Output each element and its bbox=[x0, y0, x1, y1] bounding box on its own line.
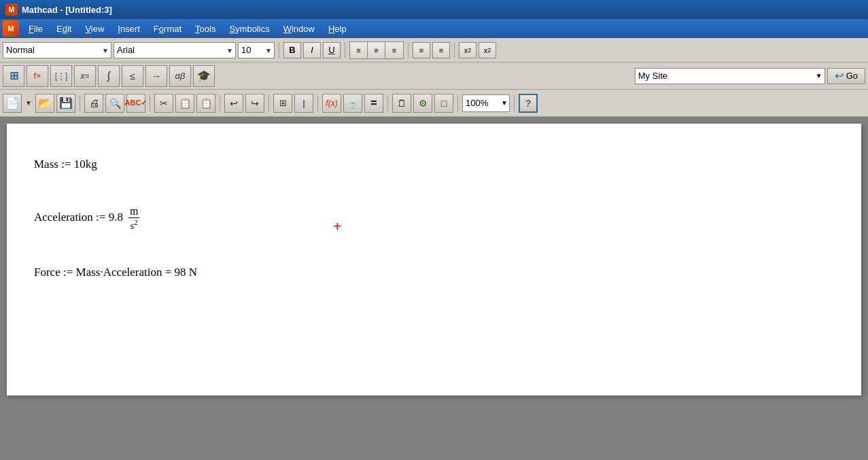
save-button[interactable]: 💾 bbox=[56, 94, 75, 113]
copy-button[interactable]: 📋 bbox=[175, 94, 194, 113]
cursor-plus: + bbox=[333, 219, 342, 234]
help-button[interactable]: ? bbox=[519, 94, 538, 113]
size-dropdown-arrow: ▼ bbox=[265, 46, 272, 54]
paste-button[interactable]: 📋 bbox=[196, 94, 215, 113]
zoom-dropdown-arrow: ▼ bbox=[501, 99, 508, 107]
denominator-s2: s2 bbox=[129, 218, 139, 232]
open-button[interactable]: 📂 bbox=[35, 94, 54, 113]
redo-button[interactable]: ↪ bbox=[245, 94, 264, 113]
menu-bar: M File Edit View Insert Format Tools Sym… bbox=[0, 19, 868, 38]
bold-button[interactable]: B bbox=[283, 42, 301, 58]
app-icon: M bbox=[5, 3, 18, 16]
menu-tools[interactable]: Tools bbox=[188, 22, 222, 35]
sep5 bbox=[80, 95, 80, 111]
menu-window[interactable]: Window bbox=[277, 22, 322, 35]
sep12 bbox=[514, 95, 515, 111]
bullet-list-button[interactable]: ≡ bbox=[413, 42, 430, 58]
sep8 bbox=[268, 95, 269, 111]
numerator-m: m bbox=[128, 205, 139, 218]
integral-button[interactable]: ∫ bbox=[98, 65, 120, 87]
mass-equation[interactable]: Mass := 10kg bbox=[34, 158, 834, 171]
style-select[interactable]: Normal Heading 1 Heading 2 bbox=[6, 45, 60, 55]
window-button[interactable]: □ bbox=[434, 94, 453, 113]
variable-button[interactable]: x= bbox=[74, 65, 96, 87]
font-select[interactable]: Arial Times New Roman Courier New bbox=[117, 45, 206, 55]
sep1 bbox=[279, 42, 279, 58]
underline-button[interactable]: U bbox=[323, 42, 341, 58]
undo-button[interactable]: ↩ bbox=[224, 94, 243, 113]
font-dropdown-arrow: ▼ bbox=[226, 46, 233, 54]
numbered-list-button[interactable]: ≡ bbox=[432, 42, 450, 58]
vector-button[interactable]: → bbox=[145, 65, 167, 87]
cut-button[interactable]: ✂ bbox=[154, 94, 173, 113]
italic-button[interactable]: I bbox=[303, 42, 321, 58]
mass-text: Mass := 10kg bbox=[34, 158, 97, 171]
align-center-button[interactable]: ≡ bbox=[368, 42, 385, 58]
menu-format[interactable]: Format bbox=[147, 22, 188, 35]
style-dropdown-arrow: ▼ bbox=[102, 46, 109, 54]
size-dropdown[interactable]: 10 8 12 14 ▼ bbox=[238, 42, 275, 58]
sep3 bbox=[408, 42, 409, 58]
main-content: Mass := 10kg Acceleration := 9.8 m s2 + … bbox=[0, 117, 868, 460]
go-label: Go bbox=[846, 71, 858, 81]
superscript-button[interactable]: x2 bbox=[459, 42, 476, 58]
fraction-ms2: m s2 bbox=[128, 205, 139, 232]
zoom-dropdown[interactable]: 100% 50% 75% 125% 150% 200% ▼ bbox=[462, 94, 510, 112]
calculator-button[interactable]: ⊞ bbox=[3, 65, 24, 87]
insert-region1-button[interactable]: ⊞ bbox=[273, 94, 292, 113]
print-preview-button[interactable]: 🔍 bbox=[105, 94, 124, 113]
site-dropdown-arrow: ▼ bbox=[816, 72, 822, 79]
force-equation[interactable]: Force := Mass·Acceleration = 98 N bbox=[34, 266, 834, 279]
menu-help[interactable]: Help bbox=[322, 22, 353, 35]
menu-edit[interactable]: Edit bbox=[50, 22, 78, 35]
force-text: Force := Mass·Acceleration = 98 N bbox=[34, 266, 197, 279]
menu-symbolics[interactable]: Symbolics bbox=[222, 22, 276, 35]
new-dropdown-arrow[interactable]: ▼ bbox=[24, 94, 33, 113]
sep10 bbox=[387, 95, 388, 111]
subscript-button[interactable]: x2 bbox=[479, 42, 496, 58]
sep6 bbox=[150, 95, 150, 111]
site-select[interactable]: My Site MathSoft Help bbox=[638, 71, 795, 81]
acceleration-equation[interactable]: Acceleration := 9.8 m s2 + bbox=[34, 205, 834, 232]
insert-region2-button[interactable]: | bbox=[294, 94, 313, 113]
menu-insert[interactable]: Insert bbox=[111, 22, 147, 35]
font-dropdown[interactable]: Arial Times New Roman Courier New ▼ bbox=[114, 42, 236, 58]
align-group: ≡ ≡ ≡ bbox=[349, 41, 404, 59]
equals-button[interactable]: = bbox=[364, 94, 383, 113]
align-right-button[interactable]: ≡ bbox=[385, 42, 403, 58]
align-left-button[interactable]: ≡ bbox=[350, 42, 368, 58]
graph-button[interactable]: f× bbox=[27, 65, 48, 87]
site-dropdown[interactable]: My Site MathSoft Help ▼ bbox=[635, 68, 825, 84]
sep9 bbox=[317, 95, 318, 111]
new-button[interactable]: 📄 bbox=[3, 94, 22, 113]
math-toolbar: ⊞ f× [⋮] x= ∫ ≤ → αβ 🎓 My Site MathSoft … bbox=[0, 63, 868, 90]
menu-file[interactable]: File bbox=[22, 22, 50, 35]
worksheet[interactable]: Mass := 10kg Acceleration := 9.8 m s2 + … bbox=[7, 124, 861, 395]
component-button[interactable]: ⚙ bbox=[413, 94, 432, 113]
sep7 bbox=[220, 95, 220, 111]
standard-toolbar: 📄 ▼ 📂 💾 🖨 🔍 ABC✓ ✂ 📋 📋 ↩ ↪ ⊞ | f(x) 🍵 = … bbox=[0, 90, 868, 117]
unit-button[interactable]: 🍵 bbox=[343, 94, 362, 113]
zoom-select[interactable]: 100% 50% 75% 125% 150% 200% bbox=[466, 98, 506, 108]
menu-view[interactable]: View bbox=[78, 22, 111, 35]
resources-button[interactable]: 🎓 bbox=[193, 65, 215, 87]
title-bar: M Mathcad - [Untitled:3] bbox=[0, 0, 868, 19]
matrix-button[interactable]: [⋮] bbox=[50, 65, 72, 87]
go-icon: ↩ bbox=[835, 69, 844, 82]
style-dropdown[interactable]: Normal Heading 1 Heading 2 ▼ bbox=[3, 42, 111, 58]
go-button[interactable]: ↩ Go bbox=[827, 68, 865, 84]
sep2 bbox=[345, 42, 345, 58]
print-button[interactable]: 🖨 bbox=[84, 94, 103, 113]
greek-button[interactable]: αβ bbox=[169, 65, 191, 87]
function-button[interactable]: f(x) bbox=[322, 94, 341, 113]
app-logo: M bbox=[3, 20, 19, 37]
window-title: Mathcad - [Untitled:3] bbox=[22, 5, 112, 15]
spellcheck-button[interactable]: ABC✓ bbox=[126, 94, 145, 113]
formatting-toolbar: Normal Heading 1 Heading 2 ▼ Arial Times… bbox=[0, 38, 868, 63]
size-select[interactable]: 10 8 12 14 bbox=[241, 45, 265, 55]
acceleration-text: Acceleration := 9.8 bbox=[34, 211, 123, 224]
sep11 bbox=[457, 95, 458, 111]
combo-button[interactable]: 🗒 bbox=[392, 94, 411, 113]
inequality-button[interactable]: ≤ bbox=[122, 65, 143, 87]
sep4 bbox=[454, 42, 455, 58]
